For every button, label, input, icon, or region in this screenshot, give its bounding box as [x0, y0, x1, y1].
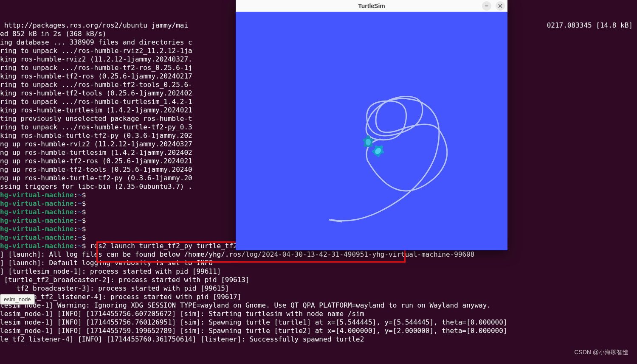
csdn-watermark: CSDN @小海聊智造 — [574, 349, 629, 356]
terminal-line: ] [launch]: Default logging verbosity is… — [0, 259, 637, 267]
svg-point-12 — [366, 139, 371, 146]
terminal-line: le_tf2_listener-4] [INFO] [1714455760.36… — [0, 335, 637, 344]
terminal-line: tf2_broadcaster-3]: process started with… — [0, 284, 637, 293]
hover-tooltip: esim_node — [0, 294, 35, 305]
terminal-line: lesim_node-1] Warning: Ignoring XDG_SESS… — [0, 301, 637, 310]
terminal-line: ] [turtlesim_node-1]: process started wi… — [0, 267, 637, 276]
turtlesim-canvas — [236, 12, 507, 250]
window-close-icon[interactable] — [496, 1, 505, 11]
svg-point-15 — [371, 139, 374, 141]
terminal-line: ] [launch]: All log files can be found b… — [0, 250, 637, 259]
terminal-line: lesim_node-1] [INFO] [1714455756.7601269… — [0, 318, 637, 327]
download-status: 0217.083345 [14.8 kB] — [547, 21, 633, 30]
terminal-line: ] [turtle_tf2_listener-4]: process start… — [0, 293, 637, 301]
svg-point-14 — [363, 139, 365, 141]
terminal-line: lesim_node-1] [INFO] [1714455759.1996527… — [0, 327, 637, 335]
turtle-trail — [236, 12, 507, 250]
turtlesim-title: TurtleSim — [236, 3, 507, 9]
svg-point-16 — [364, 144, 366, 147]
turtle1-icon — [361, 135, 374, 148]
window-minimize-icon[interactable] — [482, 1, 491, 11]
svg-point-13 — [366, 135, 370, 139]
terminal-line: [turtle_tf2_broadcaster-2]: process star… — [0, 276, 637, 284]
terminal-line: lesim_node-1] [INFO] [1714455756.6072056… — [0, 310, 637, 318]
turtlesim-window[interactable]: TurtleSim — [236, 0, 507, 250]
turtlesim-titlebar[interactable]: TurtleSim — [236, 0, 507, 12]
